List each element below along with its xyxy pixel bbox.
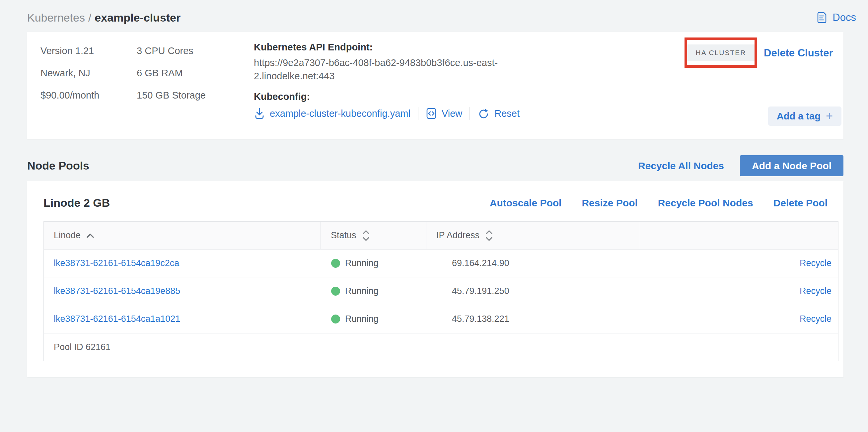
plus-icon: + <box>826 109 833 123</box>
endpoint-block: Kubernetes API Endpoint: https://9e2a730… <box>254 42 526 120</box>
column-header-actions <box>640 222 838 249</box>
pool-id-label: Pool ID 62161 <box>44 333 838 361</box>
kubeconfig-actions: example-cluster-kubeconfig.yaml View <box>254 107 526 120</box>
top-bar: Kubernetes/example-cluster Docs <box>0 0 868 32</box>
refresh-icon <box>477 107 490 120</box>
recycle-node-button[interactable]: Recycle <box>800 258 832 268</box>
node-pools-section-head: Node Pools Recycle All Nodes Add a Node … <box>27 155 843 176</box>
breadcrumb: Kubernetes/example-cluster <box>27 11 181 24</box>
divider <box>469 107 470 120</box>
node-pool-card: Linode 2 GB Autoscale Pool Resize Pool R… <box>27 181 843 377</box>
status-label: Running <box>345 314 379 324</box>
status-dot-running <box>331 287 340 296</box>
node-link[interactable]: lke38731-62161-6154ca1a1021 <box>54 314 180 324</box>
ha-cluster-badge: HA CLUSTER <box>687 44 755 61</box>
column-header-linode[interactable]: Linode <box>44 222 320 249</box>
add-tag-label: Add a tag <box>777 111 820 122</box>
code-file-icon <box>426 107 437 120</box>
pool-name: Linode 2 GB <box>43 196 110 209</box>
divider <box>418 107 418 120</box>
column-header-ip-address[interactable]: IP Address <box>426 222 640 249</box>
reset-label: Reset <box>494 108 520 119</box>
node-link[interactable]: lke38731-62161-6154ca19c2ca <box>54 258 179 268</box>
sort-chevrons-icon <box>485 229 493 242</box>
recycle-node-button[interactable]: Recycle <box>800 286 832 296</box>
breadcrumb-section-kubernetes[interactable]: Kubernetes <box>27 11 85 24</box>
api-endpoint-label: Kubernetes API Endpoint: <box>254 42 526 53</box>
api-endpoint-url: https://9e2a7307-b6ac-408f-ba62-9483b0b3… <box>254 56 502 83</box>
recycle-all-nodes-button[interactable]: Recycle All Nodes <box>638 160 724 172</box>
docs-label: Docs <box>833 11 856 24</box>
breadcrumb-separator: / <box>88 11 91 24</box>
cluster-version: Version 1.21 <box>40 40 99 62</box>
node-ip: 45.79.191.250 <box>426 286 640 296</box>
recycle-node-button[interactable]: Recycle <box>800 314 832 324</box>
main-content: Version 1.21 Newark, NJ $90.00/month 3 C… <box>0 32 868 377</box>
cluster-specs-column-1: Version 1.21 Newark, NJ $90.00/month <box>40 40 99 106</box>
cluster-ram: 6 GB RAM <box>137 62 206 84</box>
status-dot-running <box>331 259 340 268</box>
status-label: Running <box>345 258 379 269</box>
cluster-cpu: 3 CPU Cores <box>137 40 206 62</box>
docs-icon <box>815 11 828 24</box>
sort-chevrons-icon <box>362 229 370 242</box>
cluster-specs-column-2: 3 CPU Cores 6 GB RAM 150 GB Storage <box>137 40 206 106</box>
caret-up-icon <box>86 233 95 238</box>
cluster-price: $90.00/month <box>40 84 99 106</box>
kubeconfig-label: Kubeconfig: <box>254 91 526 102</box>
view-label: View <box>442 108 462 119</box>
status-label: Running <box>345 286 379 296</box>
column-header-status[interactable]: Status <box>320 222 426 249</box>
cluster-summary-card: Version 1.21 Newark, NJ $90.00/month 3 C… <box>27 32 843 139</box>
delete-pool-button[interactable]: Delete Pool <box>773 197 828 209</box>
docs-link[interactable]: Docs <box>815 11 856 24</box>
breadcrumb-cluster-name: example-cluster <box>95 11 181 24</box>
resize-pool-button[interactable]: Resize Pool <box>582 197 638 209</box>
kubeconfig-filename: example-cluster-kubeconfig.yaml <box>270 108 410 119</box>
delete-cluster-button[interactable]: Delete Cluster <box>764 47 833 59</box>
kubeconfig-reset-button[interactable]: Reset <box>477 107 520 120</box>
table-header-row: Linode Status <box>44 222 838 249</box>
node-link[interactable]: lke38731-62161-6154ca19e885 <box>54 286 180 296</box>
add-node-pool-button[interactable]: Add a Node Pool <box>740 155 843 176</box>
kubeconfig-view-button[interactable]: View <box>426 107 462 120</box>
node-pools-actions: Recycle All Nodes Add a Node Pool <box>638 155 843 176</box>
pool-head: Linode 2 GB Autoscale Pool Resize Pool R… <box>27 181 843 221</box>
kubeconfig-download-link[interactable]: example-cluster-kubeconfig.yaml <box>254 107 410 120</box>
add-tag-button[interactable]: Add a tag + <box>768 106 841 126</box>
node-ip: 45.79.138.221 <box>426 314 640 324</box>
node-row: lke38731-62161-6154ca1a1021 Running 45.7… <box>44 305 838 333</box>
node-row: lke38731-62161-6154ca19c2ca Running 69.1… <box>44 249 838 277</box>
node-row: lke38731-62161-6154ca19e885 Running 45.7… <box>44 277 838 305</box>
recycle-pool-nodes-button[interactable]: Recycle Pool Nodes <box>658 197 753 209</box>
autoscale-pool-button[interactable]: Autoscale Pool <box>490 197 562 209</box>
status-dot-running <box>331 314 340 323</box>
cluster-region: Newark, NJ <box>40 62 99 84</box>
ha-cluster-annotation-box: HA CLUSTER <box>684 37 757 68</box>
pool-actions: Autoscale Pool Resize Pool Recycle Pool … <box>490 197 828 209</box>
cluster-storage: 150 GB Storage <box>137 84 206 106</box>
node-ip: 69.164.214.90 <box>426 258 640 269</box>
node-pools-heading: Node Pools <box>27 159 89 172</box>
nodes-table: Linode Status <box>43 221 838 361</box>
download-icon <box>254 107 265 120</box>
